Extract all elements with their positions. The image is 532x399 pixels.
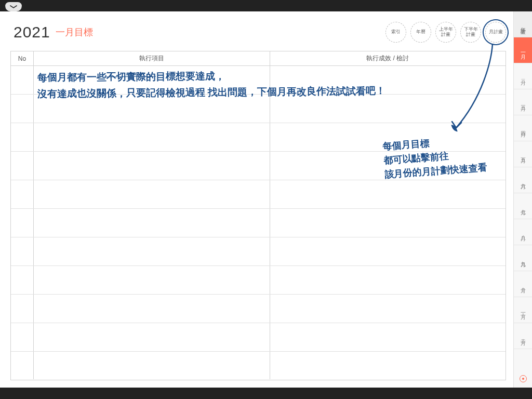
nav-pill-year-calendar[interactable]: 年曆 <box>410 22 431 43</box>
hw-note-line: 每個月目標 <box>382 138 430 152</box>
table-row[interactable] <box>11 352 506 379</box>
table-row[interactable] <box>11 209 506 237</box>
rail-month-6[interactable]: 六月 <box>514 167 532 193</box>
page: 2021 一月目標 索引 年曆 上半年 計畫 下半年 計畫 月計畫 No 執行項… <box>0 11 532 388</box>
hw-strike: 不切實際的 <box>107 71 156 83</box>
nav-pill-group: 索引 年曆 上半年 計畫 下半年 計畫 月計畫 <box>385 22 506 43</box>
content-area: 2021 一月目標 索引 年曆 上半年 計畫 下半年 計畫 月計畫 No 執行項… <box>0 11 513 388</box>
col-header-item: 執行項目 <box>34 51 270 65</box>
month-goal-subtitle: 一月目標 <box>56 26 93 38</box>
rail-month-12[interactable]: 十二月 <box>514 323 532 349</box>
app-topbar <box>0 0 532 11</box>
table-row[interactable] <box>11 237 506 266</box>
handwriting-line-2: 沒有達成也沒關係，只要記得檢視過程 找出問題，下個月再改良作法試試看吧！ <box>37 84 385 101</box>
table-row[interactable] <box>11 323 506 352</box>
target-dot-icon <box>520 375 527 382</box>
rail-month-2[interactable]: 二月 <box>514 63 532 89</box>
page-header: 2021 一月目標 索引 年曆 上半年 計畫 下半年 計畫 月計畫 <box>14 21 506 44</box>
pill-line: 計畫 <box>466 32 475 37</box>
nav-pill-first-half-plan[interactable]: 上半年 計畫 <box>435 22 456 43</box>
app-bottombar <box>0 388 532 399</box>
rail-today-cell[interactable] <box>514 349 532 388</box>
month-rail: 年計畫 一月 二月 三月 四月 五月 六月 七月 八月 九月 十月 十一月 十二… <box>513 11 532 388</box>
chevron-down-icon <box>9 4 18 9</box>
col-header-result: 執行成效 / 檢討 <box>270 51 506 65</box>
col-header-no: No <box>11 51 34 65</box>
rail-month-4[interactable]: 四月 <box>514 115 532 141</box>
table-row[interactable] <box>11 295 506 323</box>
year-title: 2021 <box>14 23 50 41</box>
hw-text: 每個月都有一些 <box>37 71 107 83</box>
table-header-row: No 執行項目 執行成效 / 檢討 <box>11 51 506 66</box>
handwriting-line-1: 每個月都有一些不切實際的目標想要達成， <box>37 69 225 85</box>
nav-pill-index[interactable]: 索引 <box>385 22 406 43</box>
rail-month-10[interactable]: 十月 <box>514 271 532 297</box>
rail-head-year-plan[interactable]: 年計畫 <box>514 11 532 37</box>
hw-note-line: 都可以點擊前往 <box>383 151 449 166</box>
table-body <box>11 66 506 380</box>
rail-month-9[interactable]: 九月 <box>514 245 532 271</box>
rail-month-1[interactable]: 一月 <box>514 37 532 63</box>
hw-text: 目標想要達成， <box>156 70 225 82</box>
nav-pill-month-plan[interactable]: 月計畫 <box>485 22 506 43</box>
nav-pill-second-half-plan[interactable]: 下半年 計畫 <box>460 22 481 43</box>
pill-line: 計畫 <box>441 32 450 37</box>
table-row[interactable] <box>11 266 506 295</box>
rail-month-8[interactable]: 八月 <box>514 219 532 245</box>
rail-month-3[interactable]: 三月 <box>514 89 532 115</box>
handwriting-note: 每個月目標 都可以點擊前往 該月份的月計劃快速查看 <box>382 132 487 182</box>
rail-month-11[interactable]: 十一月 <box>514 297 532 323</box>
rail-month-5[interactable]: 五月 <box>514 141 532 167</box>
pull-down-tab[interactable] <box>5 2 22 11</box>
table-row[interactable] <box>11 180 506 209</box>
rail-month-7[interactable]: 七月 <box>514 193 532 219</box>
